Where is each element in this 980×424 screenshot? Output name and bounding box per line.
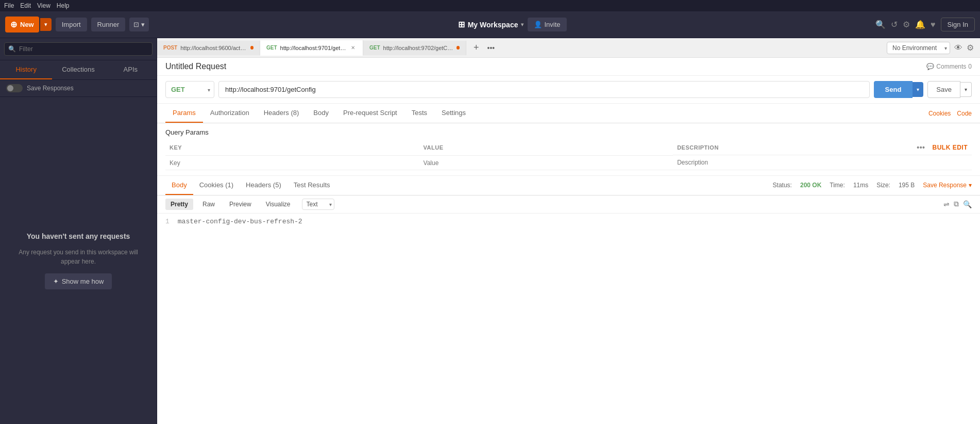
response-size: 195 B (899, 182, 915, 189)
format-tab-pretty[interactable]: Pretty (165, 199, 193, 210)
new-plus-icon: ⊕ (10, 20, 17, 29)
send-dropdown-button[interactable]: ▾ (913, 82, 923, 97)
format-type-select[interactable]: Text JSON XML HTML (302, 199, 334, 210)
menu-view[interactable]: View (37, 2, 50, 9)
menu-edit[interactable]: Edit (20, 2, 31, 9)
code-link[interactable]: Code (957, 110, 972, 117)
param-key-input[interactable] (170, 159, 415, 167)
environment-area: No Environment 👁 ⚙ (881, 42, 980, 54)
params-more-icon[interactable]: ••• (917, 143, 925, 152)
comments-label: Comments (936, 63, 966, 70)
sidebar-tab-apis[interactable]: APIs (105, 60, 157, 79)
tab-post-9600[interactable]: POST http://localhost:9600/actuator... (157, 41, 260, 55)
save-responses-toggle[interactable] (6, 84, 23, 92)
invite-button[interactable]: 👤 Invite (528, 18, 566, 31)
environment-select[interactable]: No Environment (887, 42, 950, 54)
capture-button[interactable]: ⊡ ▾ (129, 18, 149, 31)
menu-help[interactable]: Help (57, 2, 70, 9)
new-dropdown-button[interactable]: ▾ (40, 18, 52, 31)
save-button[interactable]: Save (927, 81, 960, 98)
tab-method-get-9702: GET (369, 45, 380, 51)
workspace-name-button[interactable]: ⊞ My Workspace ▾ (458, 20, 524, 29)
url-input[interactable] (218, 81, 870, 98)
comments-count: 0 (968, 63, 972, 70)
tab-url-get-9702: http://localhost:9702/getConfig (383, 45, 453, 51)
tabs-bar: POST http://localhost:9600/actuator... G… (157, 38, 980, 58)
tab-dot-9702 (457, 46, 460, 50)
save-responses-area: Save Responses (0, 80, 157, 97)
refresh-icon[interactable]: ↺ (891, 20, 898, 29)
word-wrap-icon[interactable]: ⇌ (943, 200, 950, 208)
line-number-1: 1 (165, 218, 170, 225)
req-tab-prerequest[interactable]: Pre-request Script (336, 104, 404, 123)
tab-add-button[interactable]: + (470, 41, 482, 54)
res-tab-headers[interactable]: Headers (5) (240, 176, 288, 195)
bulk-edit-link[interactable]: Bulk Edit (933, 144, 968, 151)
settings-icon[interactable]: ⚙ (903, 20, 910, 29)
format-tab-visualize[interactable]: Visualize (261, 199, 296, 210)
req-tab-tests[interactable]: Tests (404, 104, 434, 123)
import-button[interactable]: Import (56, 18, 87, 31)
response-body: 1 master-config-dev-bus-refresh-2 (157, 214, 980, 230)
res-tab-cookies[interactable]: Cookies (1) (193, 176, 240, 195)
tab-close-button[interactable]: ✕ (349, 44, 357, 51)
sidebar-tab-history[interactable]: History (0, 60, 52, 79)
response-code-content: master-config-dev-bus-refresh-2 (178, 218, 972, 225)
heart-icon[interactable]: ♥ (931, 20, 936, 29)
sidebar-search-area: 🔍 (0, 38, 157, 60)
req-tab-headers[interactable]: Headers (8) (257, 104, 307, 123)
notification-icon[interactable]: 🔔 (915, 20, 925, 29)
sidebar-search-input[interactable] (4, 42, 153, 56)
tab-more-button[interactable]: ••• (484, 43, 498, 53)
env-settings-icon[interactable]: ⚙ (967, 43, 974, 53)
res-tab-testresults[interactable]: Test Results (288, 176, 336, 195)
search-response-icon[interactable]: 🔍 (963, 200, 972, 208)
param-description-input[interactable] (677, 159, 968, 166)
show-me-button[interactable]: ✦ Show me how (45, 273, 112, 289)
header-right: 🔍 ↺ ⚙ 🔔 ♥ Sign In (875, 18, 975, 31)
req-tab-params[interactable]: Params (165, 104, 203, 123)
workspace-dropdown-icon: ▾ (521, 22, 523, 27)
env-eye-icon[interactable]: 👁 (954, 43, 962, 53)
search-off-icon[interactable]: 🔍 (875, 20, 886, 29)
format-tab-raw[interactable]: Raw (197, 199, 220, 210)
show-me-label: Show me how (62, 278, 104, 285)
new-button[interactable]: ⊕ New (5, 17, 39, 32)
save-response-button[interactable]: Save Response ▾ (923, 182, 972, 189)
response-time: 11ms (853, 182, 868, 189)
sidebar-empty-title: You haven't sent any requests (27, 232, 130, 240)
res-tab-body[interactable]: Body (165, 176, 193, 195)
comments-icon: 💬 (926, 63, 934, 70)
cookies-link[interactable]: Cookies (928, 110, 951, 117)
save-response-label: Save Response (923, 182, 967, 189)
method-select[interactable]: GET POST PUT DELETE PATCH HEAD OPTIONS (165, 81, 214, 98)
param-row (165, 155, 972, 170)
signin-button[interactable]: Sign In (941, 18, 975, 31)
params-section: Query Params KEY VALUE DESCRIPTION (157, 123, 980, 175)
param-value-input[interactable] (424, 159, 669, 167)
save-dropdown-button[interactable]: ▾ (960, 82, 972, 97)
workspace-center: ⊞ My Workspace ▾ 👤 Invite (153, 18, 871, 31)
main-layout: 🔍 History Collections APIs Save Response… (0, 38, 980, 424)
content-area: POST http://localhost:9600/actuator... G… (157, 38, 980, 424)
req-tab-body[interactable]: Body (306, 104, 336, 123)
response-tabs-bar: Body Cookies (1) Headers (5) Test Result… (157, 176, 980, 195)
save-responses-label: Save Responses (27, 85, 74, 92)
sidebar-tabs: History Collections APIs (0, 60, 157, 80)
send-button-area: Send ▾ (874, 81, 924, 98)
copy-icon[interactable]: ⧉ (954, 200, 959, 208)
show-me-icon: ✦ (53, 278, 59, 285)
request-title: Untitled Request (165, 62, 226, 71)
tab-get-9701[interactable]: GET http://localhost:9701/getConfig ✕ (260, 40, 363, 56)
tab-get-9702[interactable]: GET http://localhost:9702/getConfig (363, 41, 466, 55)
menu-file[interactable]: File (4, 2, 14, 9)
tab-dot-post (250, 46, 254, 50)
tab-url-post: http://localhost:9600/actuator... (180, 45, 247, 51)
req-tab-settings[interactable]: Settings (434, 104, 473, 123)
runner-button[interactable]: Runner (91, 18, 126, 31)
sidebar-search-icon: 🔍 (8, 45, 16, 53)
sidebar-tab-collections[interactable]: Collections (52, 60, 104, 79)
send-button[interactable]: Send (874, 81, 913, 98)
req-tab-authorization[interactable]: Authorization (203, 104, 257, 123)
format-tab-preview[interactable]: Preview (224, 199, 257, 210)
